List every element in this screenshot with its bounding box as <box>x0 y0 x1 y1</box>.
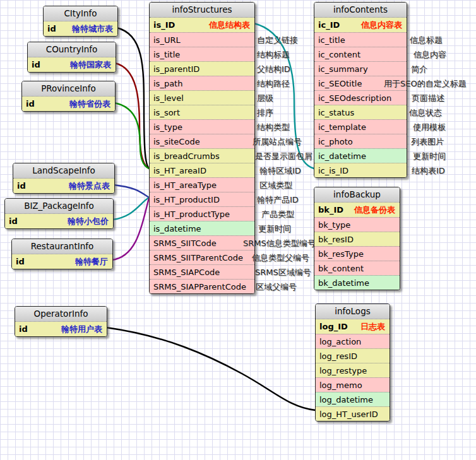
table-infoStructures[interactable]: infoStructuresis_ID信息结构表is_URL自定义链接is_ti… <box>149 2 255 294</box>
field-row-bk_type[interactable]: bk_type <box>314 217 400 232</box>
field-row-SRMS_SIAPCode[interactable]: SRMS_SIAPCodeSRMS区域编号 <box>150 264 254 279</box>
field-name: bk_content <box>318 264 364 273</box>
field-comment-ic_title: 信息标题 <box>410 33 443 47</box>
field-row-is_breadCrumbs[interactable]: is_breadCrumbs是否显示面包屑 <box>150 148 254 163</box>
field-row-ic_datetime[interactable]: ic_datetime更新时间 <box>314 148 407 163</box>
field-name: bk_type <box>318 220 350 230</box>
table-label-comment: 翰特用户表 <box>61 322 102 336</box>
field-comment-SRMS_SIITCode: SRMS信息类型编号 <box>243 236 316 251</box>
table-header-LandScapeInfo[interactable]: LandScapeInfo <box>13 163 114 179</box>
table-infoLogs[interactable]: infoLogslog_ID日志表log_actionlog_resIDlog_… <box>315 304 390 422</box>
field-row-is_datetime[interactable]: is_datetime更新时间 <box>150 221 254 235</box>
table-header-infoLogs[interactable]: infoLogs <box>316 304 390 319</box>
field-name: is_URL <box>153 35 181 45</box>
field-row-is_HT_productType[interactable]: is_HT_productType产品类型 <box>150 206 254 221</box>
field-row-is_HT_productID[interactable]: is_HT_productID翰特产品ID <box>150 192 254 206</box>
table-label-comment: 翰特餐厅 <box>75 254 108 269</box>
field-row-id[interactable]: id翰特餐厅 <box>12 254 112 269</box>
field-comment-ic_content: 信息内容 <box>414 47 446 62</box>
field-name: SRMS_SIAPParentCode <box>153 282 246 292</box>
field-row-SRMS_SIITParentCode[interactable]: SRMS_SIITParentCode信息类型父编号 <box>150 250 254 264</box>
table-title: LandScapeInfo <box>32 165 95 175</box>
field-row-SRMS_SIAPParentCode[interactable]: SRMS_SIAPParentCode区域父编号 <box>150 279 254 293</box>
table-title: OperatorInfo <box>34 309 88 319</box>
field-row-is_HT_areaID[interactable]: is_HT_areaID翰特区域ID <box>150 163 254 177</box>
field-row-is_title[interactable]: is_title结构标题 <box>150 47 254 61</box>
table-title: BIZ_PackageInfo <box>24 201 94 211</box>
table-label-comment: 翰特省份表 <box>69 97 110 111</box>
field-row-ic_ID[interactable]: ic_ID信息内容表 <box>314 18 407 32</box>
field-row-is_type[interactable]: is_type结构类型 <box>150 119 254 134</box>
field-name: log_datetime <box>319 395 373 404</box>
field-comment-is_URL: 自定义链接 <box>257 33 298 47</box>
field-row-id[interactable]: id翰特国家表 <box>28 57 116 72</box>
field-row-bk_datetime[interactable]: bk_datetime <box>314 275 400 290</box>
table-header-infoContents[interactable]: infoContents <box>314 3 407 18</box>
field-name: is_ID <box>153 20 175 30</box>
field-comment-ic_datetime: 更新时间 <box>413 149 446 163</box>
table-header-BIZ_PackageInfo[interactable]: BIZ_PackageInfo <box>5 199 113 214</box>
table-label-comment: 日志表 <box>360 319 385 334</box>
field-row-id[interactable]: id翰特省份表 <box>22 97 115 111</box>
field-row-log_ID[interactable]: log_ID日志表 <box>316 319 390 334</box>
table-RestaurantInfo[interactable]: RestaurantInfoid翰特餐厅 <box>11 239 113 269</box>
field-row-is_sort[interactable]: is_sort排序 <box>150 105 254 119</box>
field-row-log_resID[interactable]: log_resID <box>316 348 390 363</box>
field-row-id[interactable]: id翰特景点表 <box>13 179 114 193</box>
table-header-CItyInfo[interactable]: CItyInfo <box>44 6 117 21</box>
field-row-is_parentID[interactable]: is_parentID父结构ID <box>150 61 254 76</box>
table-PRovinceInfo[interactable]: PRovinceInfoid翰特省份表 <box>21 81 116 112</box>
field-row-bk_ID[interactable]: bk_ID信息备份表 <box>314 203 400 217</box>
field-row-ic_status[interactable]: ic_status信息状态 <box>314 105 407 119</box>
field-row-ic_SEOtitle[interactable]: ic_SEOtitle用于SEO的自定义标题 <box>314 76 407 90</box>
table-header-infoStructures[interactable]: infoStructures <box>150 3 254 18</box>
field-row-ic_summary[interactable]: ic_summary简介 <box>314 61 407 76</box>
field-row-ic_SEOdescription[interactable]: ic_SEOdescription页面描述 <box>314 90 407 105</box>
table-infoBackup[interactable]: infoBackupbk_ID信息备份表bk_typebk_resIDbk_re… <box>314 187 400 290</box>
field-row-is_HT_areaType[interactable]: is_HT_areaType区域类型 <box>150 177 254 192</box>
table-COuntryInfo[interactable]: COuntryInfoid翰特国家表 <box>27 42 116 73</box>
field-row-log_memo[interactable]: log_memo <box>316 377 390 392</box>
table-BIZ_PackageInfo[interactable]: BIZ_PackageInfoid翰特小包价 <box>4 198 114 229</box>
table-title: RestaurantInfo <box>31 241 93 251</box>
field-row-id[interactable]: id翰特城市表 <box>44 21 117 36</box>
field-row-is_path[interactable]: is_path结构路径 <box>150 76 254 90</box>
table-header-OperatorInfo[interactable]: OperatorInfo <box>15 307 107 322</box>
field-row-ic_photo[interactable]: ic_photo列表图片 <box>314 134 407 148</box>
table-header-infoBackup[interactable]: infoBackup <box>314 187 400 203</box>
field-row-log_datetime[interactable]: log_datetime <box>316 392 390 406</box>
field-row-log_HT_userID[interactable]: log_HT_userID <box>316 406 390 421</box>
field-row-bk_resID[interactable]: bk_resID <box>314 232 400 246</box>
field-row-ic_is_ID[interactable]: ic_is_ID结构表ID <box>314 163 407 177</box>
table-header-COuntryInfo[interactable]: COuntryInfo <box>28 42 116 57</box>
field-row-ic_title[interactable]: ic_title信息标题 <box>314 32 407 47</box>
field-row-is_ID[interactable]: is_ID信息结构表 <box>150 18 254 32</box>
field-row-id[interactable]: id翰特小包价 <box>5 214 113 228</box>
field-row-log_action[interactable]: log_action <box>316 334 390 348</box>
field-name: is_parentID <box>153 64 199 74</box>
field-row-log_restype[interactable]: log_restype <box>316 363 390 377</box>
field-row-is_level[interactable]: is_level层级 <box>150 90 254 105</box>
field-row-ic_template[interactable]: ic_template使用模板 <box>314 119 407 134</box>
field-row-bk_content[interactable]: bk_content <box>314 261 400 275</box>
field-name: SRMS_SIAPCode <box>153 268 220 277</box>
table-header-PRovinceInfo[interactable]: PRovinceInfo <box>22 81 115 97</box>
field-name: ic_summary <box>318 64 368 74</box>
table-label-comment: 翰特小包价 <box>68 214 109 228</box>
field-name: bk_resID <box>318 235 354 244</box>
table-OperatorInfo[interactable]: OperatorInfoid翰特用户表 <box>15 306 107 337</box>
table-title: infoBackup <box>333 189 381 199</box>
field-row-bk_resType[interactable]: bk_resType <box>314 246 400 261</box>
field-row-is_siteCode[interactable]: is_siteCode所属站点编号 <box>150 134 254 148</box>
diagram-canvas[interactable]: { "theme": { "row_pink": "#ffc9c9", "row… <box>0 0 476 460</box>
table-infoContents[interactable]: infoContentsic_ID信息内容表ic_title信息标题ic_con… <box>314 2 407 178</box>
field-name: is_datetime <box>153 224 201 233</box>
field-row-SRMS_SIITCode[interactable]: SRMS_SIITCodeSRMS信息类型编号 <box>150 235 254 250</box>
table-header-RestaurantInfo[interactable]: RestaurantInfo <box>12 239 112 254</box>
field-row-is_URL[interactable]: is_URL自定义链接 <box>150 32 254 47</box>
table-CItyInfo[interactable]: CItyInfoid翰特城市表 <box>43 6 118 37</box>
table-LandScapeInfo[interactable]: LandScapeInfoid翰特景点表 <box>13 163 115 194</box>
field-row-id[interactable]: id翰特用户表 <box>15 322 107 336</box>
field-comment-is_HT_areaType: 区域类型 <box>259 178 292 192</box>
field-row-ic_content[interactable]: ic_content信息内容 <box>314 47 407 61</box>
